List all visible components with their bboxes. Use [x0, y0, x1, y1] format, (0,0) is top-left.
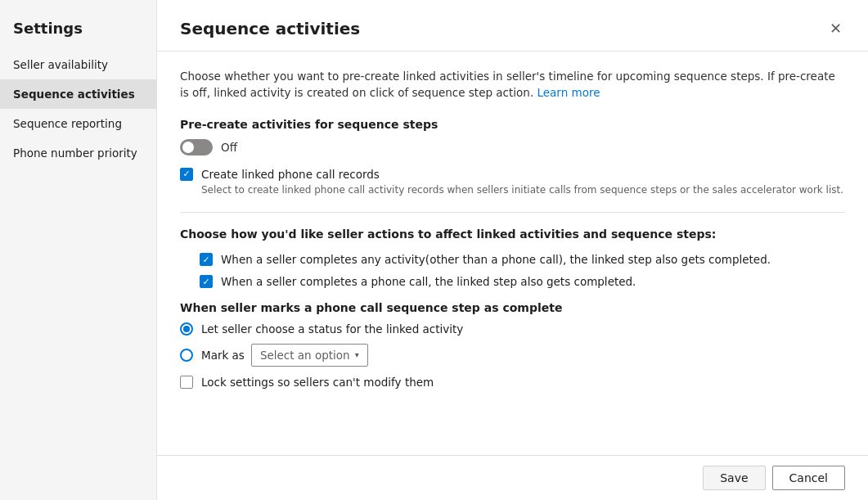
checkbox1-sublabel: Select to create linked phone call activ… [201, 183, 843, 197]
sidebar-item-seller-availability[interactable]: Seller availability [0, 50, 156, 79]
checkbox3[interactable]: ✓ [200, 275, 213, 288]
section-question: Choose how you'd like seller actions to … [180, 227, 845, 241]
app-window: Settings Seller availability Sequence ac… [0, 0, 868, 500]
sidebar-item-sequence-reporting[interactable]: Sequence reporting [0, 109, 156, 138]
when-seller-label: When seller marks a phone call sequence … [180, 301, 845, 314]
close-button[interactable]: ✕ [826, 16, 845, 41]
description-text: Choose whether you want to pre-create li… [180, 68, 845, 101]
precreate-toggle[interactable] [180, 139, 213, 155]
radio1-label: Let seller choose a status for the linke… [201, 322, 463, 336]
cancel-button[interactable]: Cancel [772, 466, 845, 490]
panel-title: Sequence activities [180, 19, 360, 38]
divider1 [180, 212, 845, 213]
radio1-button[interactable] [180, 322, 193, 336]
checkbox1-label: Create linked phone call records [201, 167, 843, 182]
learn-more-link[interactable]: Learn more [537, 86, 600, 99]
sidebar: Settings Seller availability Sequence ac… [0, 0, 157, 500]
checkbox2-row: ✓ When a seller completes any activity(o… [200, 252, 845, 268]
sidebar-item-phone-number-priority[interactable]: Phone number priority [0, 138, 156, 168]
precreate-label: Pre-create activities for sequence steps [180, 118, 845, 131]
panel-body: Choose whether you want to pre-create li… [157, 52, 868, 455]
main-content: Sequence activities ✕ Choose whether you… [157, 0, 868, 500]
radio1-row: Let seller choose a status for the linke… [180, 322, 845, 336]
checkbox2[interactable]: ✓ [200, 253, 213, 266]
checkbox1-check: ✓ [182, 169, 190, 178]
lock-checkbox[interactable] [180, 376, 193, 389]
checkbox3-check: ✓ [202, 277, 209, 286]
sidebar-title: Settings [0, 13, 156, 50]
select-placeholder-text: Select an option [260, 349, 350, 362]
checkbox3-row: ✓ When a seller completes a phone call, … [200, 274, 845, 290]
panel-header: Sequence activities ✕ [157, 0, 868, 52]
toggle-label: Off [221, 141, 237, 154]
panel-footer: Save Cancel [157, 455, 868, 500]
sidebar-item-sequence-activities[interactable]: Sequence activities [0, 79, 156, 109]
checkbox1[interactable]: ✓ [180, 168, 193, 181]
chevron-down-icon: ▾ [355, 350, 359, 359]
save-button[interactable]: Save [703, 466, 765, 490]
select-dropdown: Mark as Select an option ▾ [201, 344, 368, 367]
checkbox2-label: When a seller completes any activity(oth… [221, 252, 771, 268]
select-option-box[interactable]: Select an option ▾ [251, 344, 368, 367]
lock-label: Lock settings so sellers can't modify th… [201, 375, 434, 390]
checkbox2-indent: ✓ When a seller completes any activity(o… [180, 252, 845, 290]
checkbox2-check: ✓ [202, 255, 209, 264]
lock-checkbox-row: Lock settings so sellers can't modify th… [180, 375, 845, 390]
checkbox3-label: When a seller completes a phone call, th… [221, 274, 636, 290]
radio2-button[interactable] [180, 349, 193, 362]
mark-as-label: Mark as [201, 349, 245, 362]
toggle-knob [182, 142, 194, 153]
radio2-row: Mark as Select an option ▾ [180, 344, 845, 367]
checkbox1-row: ✓ Create linked phone call records Selec… [180, 167, 845, 198]
checkbox1-text: Create linked phone call records Select … [201, 167, 843, 198]
precreate-toggle-row: Off [180, 139, 845, 155]
